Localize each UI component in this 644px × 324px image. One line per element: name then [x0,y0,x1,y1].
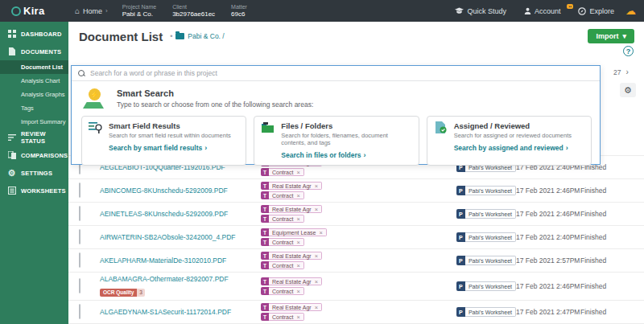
account-button[interactable]: Account [518,7,568,15]
worksheet-badge[interactable]: P Pabi's Worksheet [456,307,516,317]
tag-remove-icon[interactable]: × [296,288,299,295]
sidebar-item-analysis-chart[interactable]: Analysis Chart [0,74,68,88]
document-link[interactable]: ALGAEDYNAM-S1ASecurit-11172014.PDF [100,308,261,316]
sidebar-item-import-summary[interactable]: Import Summary [0,115,68,129]
person-icon [524,7,531,14]
card-description: Search for assigned or reviewed document… [454,132,572,139]
tag-remove-icon[interactable]: × [315,183,318,190]
tag-remove-icon[interactable]: × [296,262,299,269]
search-input[interactable] [90,69,593,77]
sidebar-label: WORKSHEETS [21,187,66,195]
row-date: 17 Feb 2021 2:40PM [516,233,580,241]
sidebar-item-worksheets[interactable]: WORKSHEETS [0,182,68,199]
link-arrow-icon: › [566,144,568,152]
kira-logo[interactable]: Kira [0,5,68,17]
tag-remove-icon[interactable]: × [315,304,318,311]
breadcrumb-separator: • [170,32,172,40]
help-button[interactable]: ? [623,46,634,56]
row-checkbox[interactable] [79,278,80,293]
sidebar-item-dashboard[interactable]: DASHBOARD [0,25,68,43]
row-date: 17 Feb 2021 2:57PM [516,256,580,265]
matter-label: Matter [231,4,247,10]
worksheet-badge[interactable]: P Pabi's Worksheet [456,186,516,195]
worksheet-badge[interactable]: P Pabi's Worksheet [456,256,516,265]
row-checkbox[interactable] [79,206,80,221]
page-title: Document List [79,30,163,43]
tag-list: TReal Estate Agr×TContract× [261,205,456,223]
tag-remove-icon[interactable]: × [315,252,318,260]
breadcrumb[interactable]: • Pabi & Co. / [170,32,225,40]
home-button[interactable]: ⌂ Home › [68,6,114,15]
row-checkbox[interactable] [79,304,80,319]
quick-study-button[interactable]: Quick Study [448,7,513,15]
caret-down-icon: ▾ [622,32,626,40]
row-date: 17 Feb 2021 2:46PM [516,282,580,290]
sidebar-item-review-status[interactable]: REVIEW STATUS [0,129,68,146]
worksheet-badge[interactable]: P Pabi's Worksheet [456,281,516,291]
tag-remove-icon[interactable]: × [296,239,299,246]
document-link[interactable]: AIRWATERIN-SB2AObsole-3242000_4.PDF [100,233,261,241]
tag-type-icon: T [261,168,269,176]
tag-label: Real Estate Agr [272,207,312,212]
row-status: Finished [580,256,644,265]
card-description: Search for folders, filenames, document … [281,132,411,146]
tag-remove-icon[interactable]: × [296,169,299,176]
link-arrow-icon: › [364,151,366,159]
card-assigned-reviewed[interactable]: Assigned / Reviewed Search for assigned … [427,116,592,166]
worksheet-label: Pabi's Worksheet [465,186,516,195]
cloud-upload-icon[interactable]: ☁ [625,6,636,16]
sidebar-item-tags[interactable]: Tags [0,101,68,115]
sidebar-item-documents[interactable]: DOCUMENTS [0,43,68,60]
settings-gear-icon: ⚙ [7,169,16,178]
app-window: Kira ⌂ Home › Project Name Pabi & Co. Cl… [0,0,644,324]
worksheet-badge[interactable]: P Pabi's Worksheet [456,232,516,242]
kira-logo-text: Kira [23,5,45,17]
document-link[interactable]: AKELAPHARM-MaterialDe-3102010.PDF [100,256,261,265]
document-link[interactable]: ALABAMAGRA-Othermater-8292007.PDF [100,275,261,283]
row-checkbox[interactable] [79,252,80,268]
row-checkbox[interactable] [79,183,80,198]
tag-remove-icon[interactable]: × [315,206,318,213]
worksheet-badge[interactable]: P Pabi's Worksheet [456,209,516,219]
sidebar-item-comparisons[interactable]: COMPARISONS [0,146,68,164]
tag-label: Contract [272,263,293,269]
document-link[interactable]: AEINETLEAS-8KUnschedu-5292009.PDF [100,210,261,218]
project-name-field: Project Name Pabi & Co. [114,4,164,18]
tag-label: Contract [272,314,293,320]
document-rows: AEGLEABIOT-10QQuarter-1192016.PDF TReal … [68,156,644,324]
document-link[interactable]: ABINCOMEG-8KUnschedu-5292009.PDF [100,187,261,195]
tag-remove-icon[interactable]: × [296,192,299,199]
tag-type-icon: T [261,228,269,236]
explore-icon [578,7,586,15]
row-status: Finished [580,282,644,290]
next-page-icon[interactable]: › [625,68,628,76]
quick-study-label: Quick Study [467,7,506,15]
tag-label: Real Estate Agr [272,253,312,259]
import-button[interactable]: Import ▾ [588,29,634,43]
tag-type-icon: T [261,303,269,311]
card-smart-field-results[interactable]: Smart Field Results Search for smart fie… [81,116,246,166]
files-folders-icon [261,121,275,134]
client-value: 3b2976ae61ec [172,10,215,18]
search-by-smart-field-link[interactable]: Search by smart field results› [109,144,239,152]
tag-remove-icon[interactable]: × [319,229,322,236]
row-checkbox[interactable] [79,229,80,244]
tag-remove-icon[interactable]: × [296,314,299,321]
explore-button[interactable]: •• Explore [572,7,621,15]
tag-remove-icon[interactable]: × [315,278,318,285]
tag-type-icon: T [261,191,269,199]
search-by-assigned-link[interactable]: Search by assigned and reviewed› [454,144,584,152]
sidebar-item-settings[interactable]: ⚙ SETTINGS [0,164,68,182]
tag-type-icon: T [261,215,269,223]
worksheet-icon: P [456,209,465,219]
card-files-folders[interactable]: Files / Folders Search for folders, file… [254,116,419,166]
ocr-quality-count: 3 [137,289,145,297]
sidebar-item-analysis-graphs[interactable]: Analysis Graphs [0,88,68,101]
search-in-files-link[interactable]: Search in files or folders› [281,151,411,159]
table-settings-gear-icon[interactable]: ⚙ [620,83,636,97]
link-arrow-icon: › [204,144,207,152]
sidebar-item-document-list[interactable]: Document List [0,60,68,74]
tag-remove-icon[interactable]: × [296,215,299,223]
client-field: Client 3b2976ae61ec [164,4,223,18]
tag-label: Real Estate Agr [272,183,312,189]
